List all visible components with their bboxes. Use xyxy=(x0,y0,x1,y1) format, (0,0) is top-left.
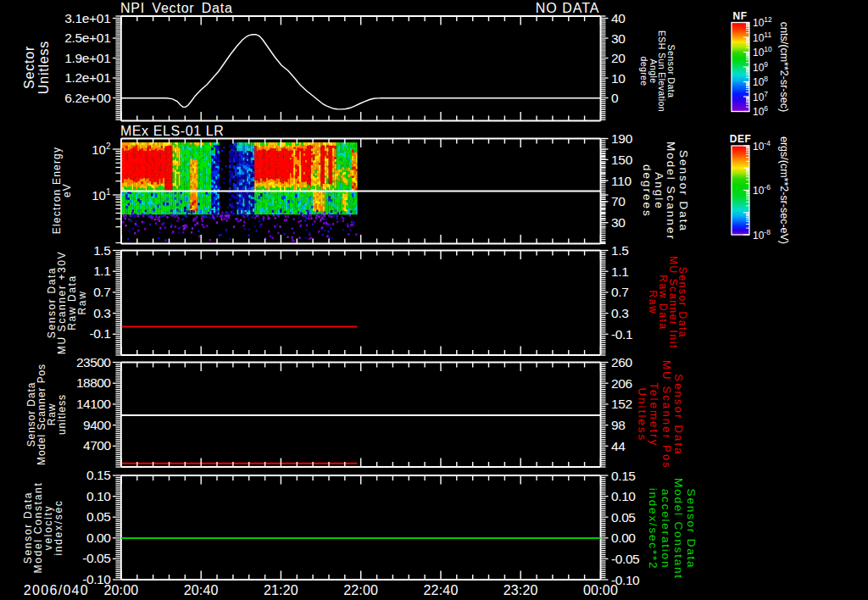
svg-text:NF: NF xyxy=(733,10,748,22)
svg-text:Model Scanner: Model Scanner xyxy=(665,142,677,241)
svg-text:0.7: 0.7 xyxy=(611,285,628,299)
svg-text:Sector: Sector xyxy=(22,46,36,89)
svg-text:Angle: Angle xyxy=(653,172,665,210)
svg-text:index/sec: index/sec xyxy=(53,500,64,556)
svg-text:0.7: 0.7 xyxy=(93,285,110,299)
svg-text:0.10: 0.10 xyxy=(611,489,636,503)
svg-text:0.00: 0.00 xyxy=(611,531,636,545)
svg-text:acceleration: acceleration xyxy=(659,489,672,569)
svg-text:0.3: 0.3 xyxy=(611,306,628,320)
svg-text:0.00: 0.00 xyxy=(86,531,111,545)
svg-text:2.5e+01: 2.5e+01 xyxy=(64,31,110,45)
svg-text:MEx ELS-01 LR: MEx ELS-01 LR xyxy=(120,124,225,138)
svg-text:DEF: DEF xyxy=(730,133,752,145)
svg-text:cnts/(cm**2-sr-sec): cnts/(cm**2-sr-sec) xyxy=(778,22,790,112)
svg-text:Raw: Raw xyxy=(647,291,659,315)
svg-text:1.5: 1.5 xyxy=(611,243,628,258)
svg-text:6.2e+00: 6.2e+00 xyxy=(64,91,111,105)
svg-text:1.1: 1.1 xyxy=(611,264,628,279)
svg-text:70: 70 xyxy=(611,194,626,208)
svg-text:degree: degree xyxy=(639,56,649,86)
svg-text:1.5: 1.5 xyxy=(93,243,110,258)
svg-text:0: 0 xyxy=(611,91,619,105)
svg-text:23:20: 23:20 xyxy=(504,583,538,597)
svg-text:degrees: degrees xyxy=(641,164,654,218)
svg-text:0.05: 0.05 xyxy=(611,510,636,525)
svg-text:20:40: 20:40 xyxy=(184,583,219,597)
svg-text:Raw: Raw xyxy=(76,291,88,315)
svg-text:190: 190 xyxy=(611,131,633,146)
svg-text:30: 30 xyxy=(611,215,626,230)
svg-text:Sensor Data: Sensor Data xyxy=(677,150,690,232)
svg-text:21:20: 21:20 xyxy=(264,583,298,597)
svg-text:3.1e+01: 3.1e+01 xyxy=(64,11,110,25)
svg-text:-0.05: -0.05 xyxy=(611,552,639,566)
svg-text:index/sec**2: index/sec**2 xyxy=(647,488,659,570)
svg-text:44: 44 xyxy=(611,439,626,453)
svg-text:0.3: 0.3 xyxy=(93,306,110,320)
svg-text:22:40: 22:40 xyxy=(423,583,458,597)
svg-text:0.15: 0.15 xyxy=(86,468,111,482)
svg-text:18800: 18800 xyxy=(76,375,111,390)
svg-text:9400: 9400 xyxy=(83,418,111,432)
svg-text:1.9e+01: 1.9e+01 xyxy=(64,51,110,65)
svg-text:Unitless: Unitless xyxy=(636,388,648,442)
svg-text:MU Scanner Pos: MU Scanner Pos xyxy=(660,360,673,469)
svg-text:-0.1: -0.1 xyxy=(89,326,110,341)
svg-text:unitless: unitless xyxy=(56,394,68,435)
svg-text:40: 40 xyxy=(611,11,626,25)
svg-text:00:00: 00:00 xyxy=(583,583,618,597)
svg-text:14100: 14100 xyxy=(76,397,111,411)
svg-text:2006/040: 2006/040 xyxy=(24,583,89,597)
svg-text:4700: 4700 xyxy=(83,438,111,453)
svg-text:0.05: 0.05 xyxy=(86,509,111,524)
svg-text:30: 30 xyxy=(611,31,626,46)
svg-text:98: 98 xyxy=(611,418,625,432)
svg-text:Model Constant: Model Constant xyxy=(672,478,685,580)
svg-text:1.2e+01: 1.2e+01 xyxy=(64,70,110,85)
svg-text:206: 206 xyxy=(611,376,632,391)
svg-text:Unitless: Unitless xyxy=(36,41,51,94)
svg-text:152: 152 xyxy=(611,397,632,411)
svg-text:110: 110 xyxy=(611,174,632,188)
svg-text:Sensor Data: Sensor Data xyxy=(672,374,685,455)
svg-text:-0.05: -0.05 xyxy=(82,551,110,565)
svg-text:1.1: 1.1 xyxy=(93,264,110,278)
svg-text:ergs/(cm**2-sr-sec-eV): ergs/(cm**2-sr-sec-eV) xyxy=(778,136,790,244)
svg-text:Telemetry: Telemetry xyxy=(648,382,660,447)
svg-text:0.10: 0.10 xyxy=(86,489,111,503)
svg-text:20:00: 20:00 xyxy=(103,583,138,597)
svg-text:20: 20 xyxy=(611,51,626,65)
svg-text:NPI Vector Data: NPI Vector Data xyxy=(120,1,233,15)
svg-text:150: 150 xyxy=(611,153,633,167)
svg-text:NO DATA: NO DATA xyxy=(536,1,600,15)
svg-text:-0.1: -0.1 xyxy=(611,327,632,342)
svg-text:eV: eV xyxy=(61,183,73,197)
svg-text:260: 260 xyxy=(611,355,632,369)
svg-text:23500: 23500 xyxy=(76,355,111,369)
svg-text:22:00: 22:00 xyxy=(343,583,378,597)
svg-text:10: 10 xyxy=(611,71,626,86)
svg-text:Sensor Data: Sensor Data xyxy=(685,489,698,569)
svg-text:0.15: 0.15 xyxy=(611,469,636,483)
